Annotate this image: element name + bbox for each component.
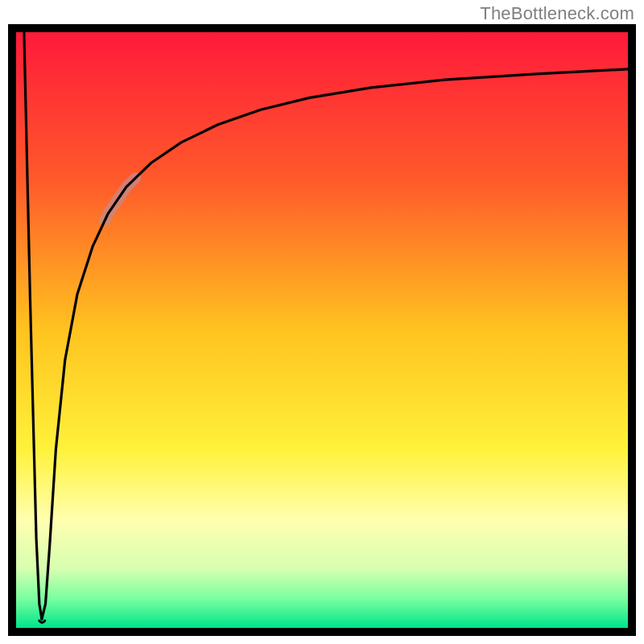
- svg-rect-0: [16, 32, 628, 628]
- attribution-text: TheBottleneck.com: [480, 3, 634, 24]
- chart-svg: [8, 24, 636, 636]
- bottleneck-chart: [8, 24, 636, 636]
